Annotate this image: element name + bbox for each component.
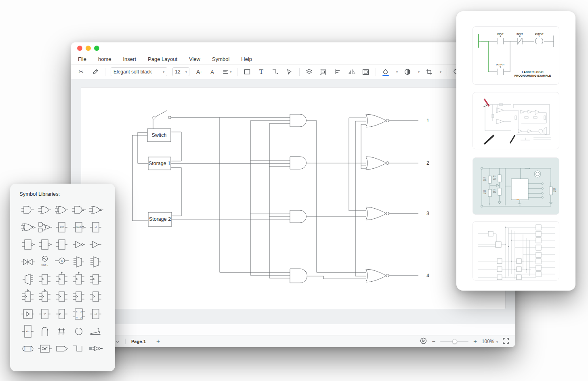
or-gate-symbol[interactable] [36,201,53,218]
document-page[interactable]: Switch Storage 1 Storage 2 1 2 3 4 [81,87,506,309]
menu-file[interactable]: File [78,56,86,62]
multiplexer-left-symbol[interactable] [19,270,36,288]
and-gate-symbol[interactable] [19,201,36,218]
symbol-libraries-panel: Symbol Libraries: ANDNAND=133MHza*/*SQRQ… [10,184,115,371]
template-thumbnail-logic-network[interactable] [472,221,559,281]
counter-1-symbol[interactable] [19,288,36,305]
page-tab[interactable]: Page-1 [131,339,146,344]
oscillator-33mhz-symbol[interactable]: 33MHz [36,253,53,270]
svg-text:a: a [61,259,63,262]
arch-symbol-symbol[interactable] [36,322,53,340]
nand-gate-symbol[interactable] [70,201,87,218]
counter-2-symbol[interactable] [36,288,53,305]
menu-page-layout[interactable]: Page Layout [148,56,177,62]
inline-meter-symbol[interactable]: a [53,253,70,270]
nor-gate-symbol[interactable] [87,201,104,218]
drawing-canvas[interactable]: Switch Storage 1 Storage 2 1 2 3 4 [71,79,515,309]
buffer-triangle-symbol[interactable] [87,236,104,253]
pages-collapse-chevron-icon[interactable] [116,339,120,344]
storage1-box-label[interactable]: Storage 1 [149,161,170,166]
close-window-button[interactable] [77,46,82,51]
relay-switch-block-symbol[interactable] [36,340,53,357]
layers-icon[interactable] [305,67,314,76]
circle-symbol-symbol[interactable] [70,322,87,340]
inverter-buffer-symbol[interactable] [70,236,87,253]
wedge-symbol-symbol[interactable] [87,322,104,340]
switch-box-label[interactable]: Switch [152,132,167,138]
function-block-symbol[interactable] [53,305,70,322]
buffer-block-symbol[interactable] [19,305,36,322]
connector-tool-icon[interactable] [271,67,280,76]
maximize-window-button[interactable] [94,46,99,51]
frame-fit-icon[interactable] [361,67,370,76]
template-thumbnail-ic-circuit[interactable]: R1 20k R3 20k R2 20k R4 20k R5 20k [472,157,559,215]
logic-block-1-symbol[interactable] [19,236,36,253]
xor-gate-symbol[interactable] [53,201,70,218]
multiplexer-1-symbol[interactable] [70,253,87,270]
text-tool-icon[interactable]: T [257,67,266,76]
crystal-capsule-symbol[interactable] [19,340,36,357]
template-thumbnail-analog-circuit[interactable] [472,92,559,149]
font-family-select[interactable]: Elegant soft black▾ [111,67,167,76]
zoom-out-button[interactable]: − [432,338,435,345]
increase-font-icon[interactable]: A+ [195,67,204,76]
menu-symbol[interactable]: Symbol [212,56,229,62]
logic-block-2-symbol[interactable] [36,236,53,253]
xnor-gate-symbol[interactable] [19,218,36,236]
cut-icon[interactable]: ✂ [77,67,86,76]
register-3-symbol[interactable] [87,288,104,305]
menu-help[interactable]: Help [241,56,252,62]
crystal-bowtie-symbol[interactable] [19,253,36,270]
zoom-in-button[interactable]: + [473,338,477,345]
pulse-block-symbol[interactable]: ∩/# [87,305,104,322]
fullscreen-icon[interactable] [503,338,509,345]
svg-text:20k: 20k [483,193,487,195]
logic-block-eq1-symbol[interactable]: =1 [87,218,104,236]
fill-color-icon[interactable] [381,67,390,76]
shape-style-icon[interactable] [403,67,412,76]
gate-combination-symbol[interactable] [36,218,53,236]
logic-block-3-symbol[interactable] [53,236,70,253]
hash-pulse-block-symbol[interactable]: #/∩ [19,322,36,340]
svg-text:=1: =1 [94,226,97,228]
svg-text:B: B [519,35,521,38]
hash-symbol-symbol[interactable] [53,322,70,340]
register-2-symbol[interactable] [70,288,87,305]
flipflop-1-symbol[interactable] [36,270,53,288]
group-objects-icon[interactable] [319,67,328,76]
menu-insert[interactable]: Insert [123,56,136,62]
add-page-button[interactable]: + [156,338,160,345]
presentation-mode-icon[interactable] [420,337,427,345]
step-waveform-symbol[interactable] [70,340,87,357]
multiplexer-2-symbol[interactable] [87,253,104,270]
crop-icon[interactable] [425,67,434,76]
mult-div-block-symbol[interactable]: */* [36,305,53,322]
flipflop-4-symbol[interactable] [87,270,104,288]
flipflop-3-symbol[interactable] [70,270,87,288]
zoom-level-select[interactable]: 100% ▾ [482,339,498,344]
and-block-symbol[interactable]: AND [53,218,70,236]
menu-home[interactable]: home [98,56,111,62]
storage2-box-label[interactable]: Storage 2 [149,216,171,222]
flipflop-2-symbol[interactable] [53,270,70,288]
zoom-slider[interactable] [440,341,468,342]
align-objects-icon[interactable] [333,67,342,76]
horizontal-scrollbar[interactable] [71,324,515,335]
labeled-buffer-symbol[interactable] [87,340,104,357]
template-thumbnail-ladder-logic[interactable]: INPUT A INPUT B OUTPUT Y OUTPUT Y LADDER… [472,26,559,85]
font-size-select[interactable]: 12▾ [172,67,189,76]
zoom-slider-knob[interactable] [452,339,457,344]
register-1-symbol[interactable] [53,288,70,305]
menu-view[interactable]: View [189,56,200,62]
svg-text:Q: Q [80,316,82,319]
decrease-font-icon[interactable]: A− [209,67,218,76]
format-painter-icon[interactable] [91,67,100,76]
minimize-window-button[interactable] [86,46,91,51]
pointer-tool-icon[interactable] [285,67,294,76]
nand-block-symbol[interactable]: NAND [70,218,87,236]
text-align-dropdown[interactable]: ▾ [223,67,232,76]
rectangle-shape-icon[interactable] [243,67,252,76]
tag-pointer-symbol[interactable] [53,340,70,357]
sr-flipflop-symbol[interactable]: SQRQ [70,305,87,322]
flip-mirror-icon[interactable] [347,67,356,76]
